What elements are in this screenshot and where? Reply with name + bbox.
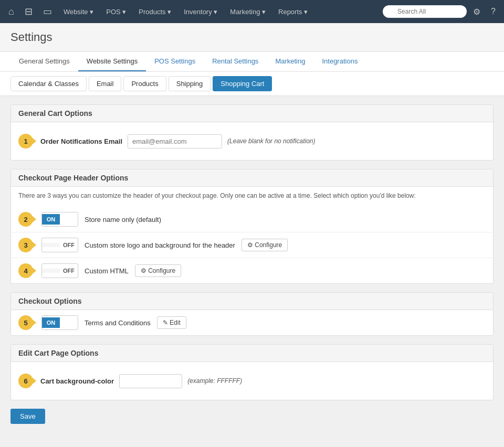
toggle-2[interactable]: ON [41, 212, 78, 227]
inventory-menu[interactable]: Inventory ▾ [178, 5, 223, 19]
tab-rental-settings[interactable]: Rental Settings [204, 52, 267, 71]
reports-menu[interactable]: Reports ▾ [273, 5, 313, 19]
toggle-4[interactable]: OFF [41, 263, 78, 278]
badge-5: 5 [18, 315, 33, 330]
toggle-5-on: ON [42, 317, 60, 328]
order-notifications-row: 1 Order Notifications Email (Leave blank… [18, 130, 486, 153]
toggle-3-on [42, 243, 60, 247]
page-header: Settings [0, 23, 504, 52]
tab-marketing[interactable]: Marketing [267, 52, 313, 71]
toggle-4-on [42, 269, 60, 273]
cart-bg-color-row: 6 Cart background-color (example: FFFFFF… [18, 369, 486, 392]
register-icon[interactable]: ⊟ [20, 3, 37, 20]
cart-bg-color-hint: (example: FFFFFF) [187, 377, 242, 385]
search-input[interactable] [383, 5, 467, 18]
tab-website-settings[interactable]: Website Settings [78, 52, 146, 71]
monitor-icon[interactable]: ▭ [39, 3, 56, 20]
sub-tabs: Calendar & Classes Email Products Shippi… [0, 72, 504, 96]
help-icon[interactable]: ? [487, 4, 500, 19]
badge-6: 6 [18, 374, 33, 388]
badge-3: 3 [18, 238, 33, 252]
general-cart-header: General Cart Options [11, 105, 493, 122]
main-content: General Cart Options 1 Order Notificatio… [0, 96, 504, 432]
checkout-header-option-4: 4 OFF Custom HTML ⚙ Configure [11, 258, 493, 283]
products-menu[interactable]: Products ▾ [133, 5, 176, 19]
cart-bg-color-input[interactable] [119, 374, 182, 388]
cart-bg-color-label: Cart background-color [40, 377, 114, 385]
home-icon[interactable]: ⌂ [4, 3, 18, 20]
toggle-2-on: ON [42, 214, 60, 225]
checkout-header-title: Checkout Page Header Options [11, 169, 493, 187]
badge-4: 4 [18, 263, 33, 278]
order-notifications-label: Order Notifications Email [40, 137, 122, 145]
search-wrapper: 🔍 [383, 5, 467, 18]
toggle-4-off: OFF [60, 265, 78, 276]
toggle-5-off [60, 321, 78, 325]
configure-button-4[interactable]: ⚙ Configure [135, 264, 181, 277]
top-navigation: ⌂ ⊟ ▭ Website ▾ POS ▾ Products ▾ Invento… [0, 0, 504, 23]
configure-button-3[interactable]: ⚙ Configure [242, 239, 288, 251]
checkout-header-option-3-label: Custom store logo and background for the… [85, 241, 235, 249]
edit-button-5[interactable]: ✎ Edit [157, 316, 186, 329]
subtab-shopping-cart[interactable]: Shopping Cart [213, 76, 272, 91]
order-notifications-hint: (Leave blank for no notification) [227, 137, 315, 145]
tab-integrations[interactable]: Integrations [313, 52, 366, 71]
tab-general-settings[interactable]: General Settings [10, 52, 78, 71]
checkout-header-section: Checkout Page Header Options There are 3… [10, 169, 494, 284]
badge-2: 2 [18, 212, 33, 227]
checkout-header-option-2: 2 ON Store name only (default) [11, 207, 493, 232]
main-tabs: General Settings Website Settings POS Se… [0, 52, 504, 72]
subtab-calendar-classes[interactable]: Calendar & Classes [10, 76, 87, 91]
checkout-option-5-label: Terms and Conditions [85, 319, 151, 327]
checkout-options-section: Checkout Options 5 ON Terms and Conditio… [10, 292, 494, 336]
edit-cart-section: Edit Cart Page Options 6 Cart background… [10, 344, 494, 400]
subtab-shipping[interactable]: Shipping [169, 76, 211, 91]
checkout-header-info: There are 3 ways you can customize the h… [11, 187, 493, 207]
checkout-header-option-3: 3 OFF Custom store logo and background f… [11, 232, 493, 258]
edit-cart-header: Edit Cart Page Options [11, 345, 493, 362]
badge-1: 1 [18, 134, 33, 148]
toggle-2-off [60, 217, 78, 221]
checkout-header-option-2-label: Store name only (default) [85, 216, 161, 224]
page-title: Settings [10, 30, 494, 44]
toggle-5[interactable]: ON [41, 315, 78, 330]
checkout-options-header: Checkout Options [11, 293, 493, 310]
settings-icon[interactable]: ⚙ [469, 4, 485, 20]
tab-pos-settings[interactable]: POS Settings [146, 52, 204, 71]
subtab-email[interactable]: Email [89, 76, 122, 91]
checkout-header-option-4-label: Custom HTML [85, 267, 129, 275]
subtab-products[interactable]: Products [123, 76, 166, 91]
toggle-3[interactable]: OFF [41, 238, 78, 252]
order-notifications-input[interactable] [128, 134, 222, 148]
toggle-3-off: OFF [60, 240, 78, 250]
marketing-menu[interactable]: Marketing ▾ [225, 5, 271, 19]
pos-menu[interactable]: POS ▾ [101, 5, 131, 19]
save-button[interactable]: Save [10, 409, 45, 424]
checkout-option-5: 5 ON Terms and Conditions ✎ Edit [11, 310, 493, 335]
general-cart-section: General Cart Options 1 Order Notificatio… [10, 104, 494, 161]
website-menu[interactable]: Website ▾ [58, 5, 99, 19]
